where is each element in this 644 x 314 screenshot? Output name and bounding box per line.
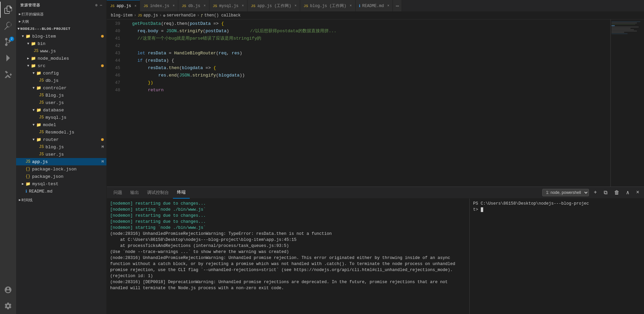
new-terminal-button[interactable]: + <box>592 189 599 196</box>
tab-readme-close[interactable]: × <box>387 4 389 8</box>
close-terminal-button[interactable]: × <box>634 189 641 196</box>
package-lock-icon: {} <box>26 167 30 171</box>
more-icon[interactable]: ⋯ <box>100 3 102 7</box>
terminal-tab-terminal[interactable]: 终端 <box>173 187 190 199</box>
breadcrumb-then-callback[interactable]: then() callback <box>204 13 241 18</box>
tab-app-js-work-close[interactable]: × <box>294 4 296 8</box>
terminal-tab-terminal-label: 终端 <box>177 189 186 195</box>
folder-controler[interactable]: ▼ 📁 controler <box>16 84 106 92</box>
term-line-3: [nodemon] restarting due to changes... <box>110 213 466 219</box>
code-line-42 <box>124 42 610 50</box>
breadcrumb-blog-item[interactable]: blog-item <box>111 13 133 18</box>
folder-model[interactable]: ▼ 📁 model <box>16 121 106 128</box>
file-user-js-router[interactable]: JS user.js <box>16 151 106 158</box>
file-user-js-ctrl[interactable]: JS user.js <box>16 99 106 106</box>
breadcrumb-js-icon: JS <box>138 13 142 17</box>
tab-app-js-label: app.js <box>117 4 131 8</box>
code-line-43: let resData = HandleBlogRouter(req, res) <box>124 50 610 57</box>
folder-bin-label: bin <box>38 41 45 46</box>
tab-db-js[interactable]: JS db.js × <box>178 0 209 12</box>
new-file-icon[interactable]: ⊕ <box>95 3 98 7</box>
file-blog-js-ctrl[interactable]: JS Blog.js <box>16 92 106 99</box>
timeline-section[interactable]: ▶ 时间线 <box>16 196 106 204</box>
tab-mysql-js[interactable]: JS mysql.js × <box>210 0 248 12</box>
tab-index-js-close[interactable]: × <box>173 4 175 8</box>
file-resmodel-js-label: Resmodel.js <box>45 130 74 135</box>
open-editors-chevron: ▶ <box>19 12 21 16</box>
tab-app-js[interactable]: JS app.js × <box>107 0 140 12</box>
folder-bin[interactable]: ▼ 📁 bin <box>16 40 106 47</box>
file-package-json[interactable]: {} package.json <box>16 173 106 180</box>
project-chevron: ▼ <box>17 27 20 31</box>
activity-item-source-control[interactable]: 2 <box>0 34 16 50</box>
activity-item-run[interactable] <box>0 50 16 66</box>
activity-item-files[interactable] <box>0 2 16 18</box>
source-control-badge: 2 <box>9 37 14 41</box>
code-line-44: if (resData) { <box>124 57 610 64</box>
breadcrumb-fn-icon: ƒ <box>201 13 203 17</box>
tab-db-js-close[interactable]: × <box>203 4 205 8</box>
breadcrumb-sep3: › <box>197 13 199 18</box>
tab-blog-js-work-close[interactable]: × <box>350 4 352 8</box>
tab-app-js-work[interactable]: JS app.js (工作网) × <box>247 0 300 12</box>
code-content: getPostData(req).then(postData => { req.… <box>124 19 610 187</box>
activity-item-extensions[interactable] <box>0 66 16 82</box>
breadcrumb-app-js[interactable]: app.js <box>143 13 158 18</box>
breadcrumb-sep2: › <box>159 13 162 18</box>
sidebar-actions[interactable]: ⊕ ⋯ <box>95 3 102 7</box>
activity-item-settings[interactable] <box>0 298 16 314</box>
activity-item-search[interactable] <box>0 18 16 34</box>
terminal-tab-debug[interactable]: 调试控制台 <box>143 187 173 199</box>
file-mysql-js-label: mysql.js <box>45 115 66 120</box>
tab-app-js-work-icon: JS <box>251 4 255 8</box>
file-package-lock-label: package-lock.json <box>32 167 77 172</box>
breadcrumb-serverhandle[interactable]: serverhandle <box>167 13 195 18</box>
package-json-icon: {} <box>26 174 30 179</box>
project-section[interactable]: ▼ NODEJS---BLOG-PROJECT <box>16 25 106 33</box>
tab-readme-md[interactable]: ℹ README.md × <box>356 0 393 12</box>
folder-src[interactable]: ▼ 📁 src <box>16 62 106 69</box>
file-package-lock-json[interactable]: {} package-lock.json <box>16 165 106 173</box>
file-resmodel-js[interactable]: JS Resmodel.js <box>16 128 106 136</box>
tab-blog-js-work[interactable]: JS blog.js (工作网) × <box>300 0 355 12</box>
folder-mysql-test[interactable]: ▶ 📁 mysql-test <box>16 180 106 188</box>
minimap-content <box>611 19 644 36</box>
split-terminal-button[interactable]: ⧉ <box>602 189 609 197</box>
folder-config[interactable]: ▼ 📁 config <box>16 69 106 77</box>
sidebar-title: 资源管理器 <box>20 3 40 8</box>
file-db-js-label: db.js <box>45 78 58 83</box>
file-user-js-ctrl-label: user.js <box>45 100 64 105</box>
folder-bin-icon: 📁 <box>31 41 36 46</box>
terminal-profile-select[interactable]: 1: node, powershell <box>542 189 589 196</box>
kill-terminal-button[interactable]: 🗑 <box>612 189 622 197</box>
open-editors-section[interactable]: ▶ 打开的编辑器 <box>16 10 106 18</box>
file-db-js[interactable]: JS db.js <box>16 77 106 84</box>
folder-database[interactable]: ▼ 📁 database <box>16 106 106 114</box>
tab-more[interactable]: ⋯ <box>393 0 402 12</box>
folder-router[interactable]: ▼ 📁 router <box>16 136 106 143</box>
code-editor: 39 40 41 42 43 44 45 46 47 48 getPostDat… <box>107 19 644 187</box>
file-blog-js-router-label: blog.js <box>45 145 64 150</box>
js-icon: JS <box>34 49 38 53</box>
folder-blog-item[interactable]: ▼ 📁 blog-item <box>16 33 106 40</box>
outline-section[interactable]: ▶ 大纲 <box>16 18 106 25</box>
maximize-terminal-button[interactable]: ∧ <box>624 189 632 197</box>
tab-app-js-close[interactable]: × <box>134 4 136 8</box>
file-blog-js-router[interactable]: JS blog.js M <box>16 143 106 151</box>
tab-index-js[interactable]: JS index.js × <box>140 0 178 12</box>
code-line-39: getPostData(req).then(postData => { <box>124 20 610 28</box>
file-www-js[interactable]: JS www.js <box>16 47 106 55</box>
tab-mysql-js-close[interactable]: × <box>242 4 244 8</box>
file-app-js[interactable]: JS app.js M <box>16 158 106 165</box>
terminal-tab-problems[interactable]: 问题 <box>109 187 126 199</box>
code-line-41: //这里有一个小bug就是用parse错误了应该是用stringify的 <box>124 35 610 42</box>
file-mysql-js[interactable]: JS mysql.js <box>16 114 106 121</box>
folder-node-modules[interactable]: ▶ 📁 node_modules <box>16 55 106 62</box>
terminal-tab-output[interactable]: 输出 <box>126 187 143 199</box>
terminal-tab-output-label: 输出 <box>130 190 139 196</box>
code-line-48: return <box>124 87 610 94</box>
term-line-8: at processTicksAndRejections (internal/p… <box>110 243 466 249</box>
file-readme-md[interactable]: ℹ README.md <box>16 188 106 195</box>
folder-router-label: router <box>43 137 59 142</box>
activity-item-account[interactable] <box>0 282 16 298</box>
